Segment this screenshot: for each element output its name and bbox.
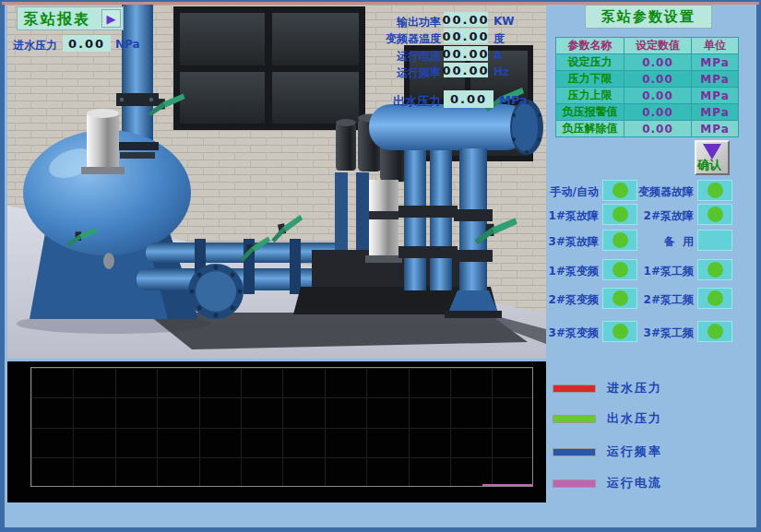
outlet-pressure-label: 出水压力 xyxy=(360,93,441,110)
status-lamp-spare xyxy=(697,230,732,251)
param-unit: MPa xyxy=(692,88,739,103)
param-name: 负压解除值 xyxy=(556,121,624,136)
legend-label: 进水压力 xyxy=(607,380,662,396)
inlet-pressure-unit: NPa xyxy=(115,38,140,51)
status-label: 1#泵工频 xyxy=(625,264,694,279)
play-icon-box[interactable]: ▶ xyxy=(101,9,121,28)
current-zero-trace xyxy=(482,484,532,486)
param-row: 压力上限 0.00 MPa xyxy=(556,88,739,104)
status-label: 2#泵变频 xyxy=(530,292,599,308)
status-lamp-pump1-mains xyxy=(697,259,732,280)
param-name: 设定压力 xyxy=(556,54,624,70)
status-lamp-vfd-fault xyxy=(697,180,732,201)
legend-label: 运行电流 xyxy=(607,475,662,491)
status-label: 变频器故障 xyxy=(625,184,694,200)
param-name: 压力上限 xyxy=(556,88,624,103)
window-left xyxy=(173,6,365,130)
param-value-field[interactable]: 0.00 xyxy=(624,71,692,87)
lamp-dot xyxy=(707,290,723,306)
status-lamp-pump2-mains xyxy=(697,288,732,309)
legend-swatch-outlet-pressure xyxy=(553,415,596,423)
param-unit: MPa xyxy=(692,54,739,70)
metric-value: 00.00 xyxy=(444,63,488,77)
param-row: 负压解除值 0.00 MPa xyxy=(556,121,739,137)
param-unit: MPa xyxy=(692,71,739,87)
status-label: 2#泵故障 xyxy=(625,208,694,224)
status-label: 手动/自动 xyxy=(530,184,599,200)
param-value-field[interactable]: 0.00 xyxy=(624,104,692,120)
status-label: 备 用 xyxy=(625,234,694,250)
inlet-pressure-label: 进水压力 xyxy=(13,38,57,53)
lamp-dot xyxy=(707,207,723,222)
confirm-button-label: 确认 xyxy=(697,157,721,173)
status-label: 3#泵变频 xyxy=(530,325,599,341)
metric-unit: Hz xyxy=(493,65,509,78)
lamp-dot xyxy=(707,262,723,278)
play-icon: ▶ xyxy=(107,13,116,25)
metric-label: 运行电流 xyxy=(360,49,441,65)
metric-unit: 度 xyxy=(493,31,505,47)
status-lamp-pump3-mains xyxy=(697,321,732,342)
metric-value: 00.00 xyxy=(444,46,488,61)
legend-label: 出水压力 xyxy=(607,410,662,427)
metric-value: 00.00 xyxy=(444,29,488,43)
param-value-field[interactable]: 0.00 xyxy=(624,88,692,103)
status-label: 1#泵故障 xyxy=(530,208,599,224)
trend-chart xyxy=(7,361,546,502)
lamp-dot xyxy=(707,183,723,198)
param-row: 负压报警值 0.00 MPa xyxy=(556,104,739,121)
legend-swatch-inlet-pressure xyxy=(553,384,596,393)
param-unit: MPa xyxy=(692,104,739,120)
lamp-dot xyxy=(707,324,723,339)
status-label: 3#泵故障 xyxy=(530,234,599,250)
param-unit: MPa xyxy=(692,121,739,136)
params-table: 参数名称 设定数值 单位 设定压力 0.00 MPa 压力下限 0.00 MPa… xyxy=(555,37,739,137)
param-name: 压力下限 xyxy=(556,71,624,87)
metric-label: 运行频率 xyxy=(360,65,441,81)
param-value-field[interactable]: 0.00 xyxy=(624,54,692,70)
status-lamp-pump2-fault xyxy=(697,204,732,225)
params-panel-title: 泵站参数设置 xyxy=(585,5,712,29)
status-label: 1#泵变频 xyxy=(530,264,599,279)
param-value-field[interactable]: 0.00 xyxy=(624,121,692,136)
param-row: 设定压力 0.00 MPa xyxy=(556,54,739,71)
metric-unit: A xyxy=(493,49,502,62)
trend-chart-plot-area xyxy=(30,367,533,487)
outlet-pressure-value: 0.00 xyxy=(444,90,493,108)
header-set-value: 设定数值 xyxy=(624,38,692,53)
legend-swatch-run-frequency xyxy=(553,448,596,456)
report-button[interactable]: 泵站报表 ▶ xyxy=(17,6,124,30)
inlet-pressure-value: 0.00 xyxy=(63,35,111,52)
header-unit: 单位 xyxy=(692,38,739,53)
confirm-button[interactable]: 确认 xyxy=(695,140,730,175)
param-row: 压力下限 0.00 MPa xyxy=(556,71,739,88)
params-header-row: 参数名称 设定数值 单位 xyxy=(556,38,739,54)
header-param-name: 参数名称 xyxy=(556,38,624,53)
hmi-pump-station-screen: 泵站报表 ▶ 进水压力 0.00 NPa 输出功率 00.00 KW 变频器温度… xyxy=(0,0,761,532)
metric-label: 变频器温度 xyxy=(360,31,441,47)
outlet-pressure-unit: MPa xyxy=(499,93,528,107)
status-label: 2#泵工频 xyxy=(625,292,694,308)
metric-value: 00.00 xyxy=(444,12,488,27)
legend-swatch-run-current xyxy=(553,479,596,488)
legend-label: 运行频率 xyxy=(607,443,662,460)
metric-label: 输出功率 xyxy=(360,15,441,30)
param-name: 负压报警值 xyxy=(556,104,624,120)
status-label: 3#泵工频 xyxy=(625,325,694,341)
report-button-label: 泵站报表 xyxy=(24,10,90,30)
metric-unit: KW xyxy=(493,15,515,28)
